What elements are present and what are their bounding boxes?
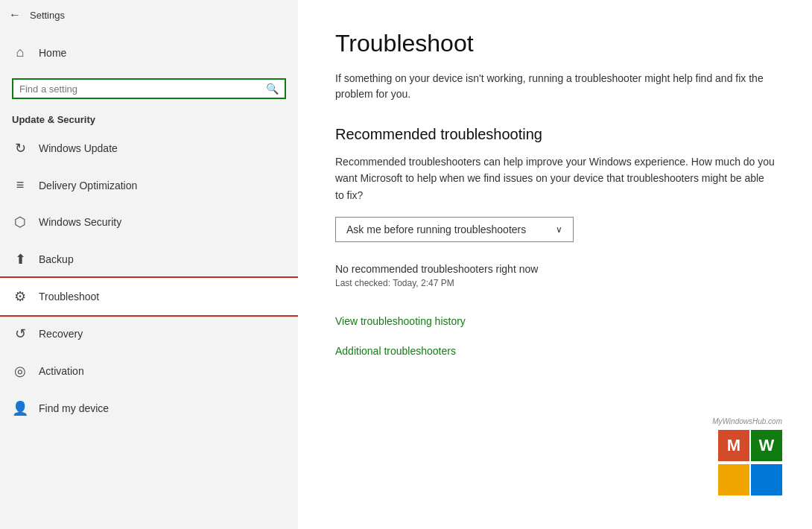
view-history-link[interactable]: View troubleshooting history <box>335 315 775 327</box>
no-recommended-text: No recommended troubleshooters right now <box>335 263 775 275</box>
sidebar-label-backup: Backup <box>39 253 74 265</box>
section-label: Update & Security <box>0 107 298 130</box>
sidebar-label-troubleshoot: Troubleshoot <box>39 291 99 302</box>
dropdown-value: Ask me before running troubleshooters <box>346 224 526 235</box>
watermark: MyWindowsHub.com M W <box>693 417 782 484</box>
logo-w: W <box>751 430 782 461</box>
sidebar-item-troubleshoot[interactable]: ⚙Troubleshoot <box>0 278 298 315</box>
watermark-text: MyWindowsHub.com <box>712 417 782 425</box>
title-bar: ← Settings <box>0 0 298 30</box>
sidebar-item-backup[interactable]: ⬆Backup <box>0 241 298 278</box>
find-my-device-icon: 👤 <box>12 400 28 416</box>
search-box[interactable]: 🔍 <box>12 78 286 99</box>
recovery-icon: ↺ <box>12 326 28 342</box>
app-title: Settings <box>30 10 65 21</box>
watermark-logo: M W <box>718 430 782 461</box>
sidebar-home-label: Home <box>39 47 66 59</box>
sidebar-label-windows-security: Windows Security <box>39 216 121 228</box>
sidebar-item-home[interactable]: ⌂ Home <box>0 34 298 71</box>
search-wrap: 🔍 <box>0 71 298 107</box>
sidebar-label-delivery-optimization: Delivery Optimization <box>39 180 137 191</box>
windows-security-icon: ⬡ <box>12 214 28 230</box>
sidebar-item-windows-update[interactable]: ↻Windows Update <box>0 130 298 167</box>
home-icon: ⌂ <box>12 45 28 60</box>
recommended-description: Recommended troubleshooters can help imp… <box>335 153 775 203</box>
sidebar-item-windows-security[interactable]: ⬡Windows Security <box>0 203 298 241</box>
nav-items: ↻Windows Update≡Delivery Optimization⬡Wi… <box>0 130 298 427</box>
page-title: Troubleshoot <box>335 30 775 57</box>
additional-troubleshooters-link[interactable]: Additional troubleshooters <box>335 345 775 357</box>
logo-b1 <box>718 464 749 495</box>
troubleshoot-icon: ⚙ <box>12 288 28 305</box>
delivery-optimization-icon: ≡ <box>12 177 28 193</box>
sidebar-label-find-my-device: Find my device <box>39 402 109 414</box>
sidebar-label-activation: Activation <box>39 365 84 377</box>
windows-update-icon: ↻ <box>12 140 28 156</box>
sidebar-item-delivery-optimization[interactable]: ≡Delivery Optimization <box>0 167 298 203</box>
recommended-section-title: Recommended troubleshooting <box>335 126 775 143</box>
logo-m: M <box>718 430 749 461</box>
back-button[interactable]: ← <box>9 8 21 22</box>
sidebar-label-recovery: Recovery <box>39 328 83 340</box>
sidebar-item-activation[interactable]: ◎Activation <box>0 352 298 390</box>
chevron-down-icon: ∨ <box>556 224 562 235</box>
main-content: Troubleshoot If something on your device… <box>298 0 812 529</box>
sidebar-label-windows-update: Windows Update <box>39 142 118 154</box>
sidebar-item-find-my-device[interactable]: 👤Find my device <box>0 390 298 427</box>
sidebar-item-recovery[interactable]: ↺Recovery <box>0 315 298 352</box>
backup-icon: ⬆ <box>12 251 28 267</box>
search-icon: 🔍 <box>266 83 279 95</box>
page-description: If something on your device isn't workin… <box>335 71 767 102</box>
logo-b2 <box>751 464 782 495</box>
logo-row2 <box>718 464 782 495</box>
activation-icon: ◎ <box>12 363 28 379</box>
troubleshoot-dropdown[interactable]: Ask me before running troubleshooters ∨ <box>335 217 574 242</box>
last-checked-text: Last checked: Today, 2:47 PM <box>335 278 775 288</box>
search-input[interactable] <box>19 83 266 95</box>
